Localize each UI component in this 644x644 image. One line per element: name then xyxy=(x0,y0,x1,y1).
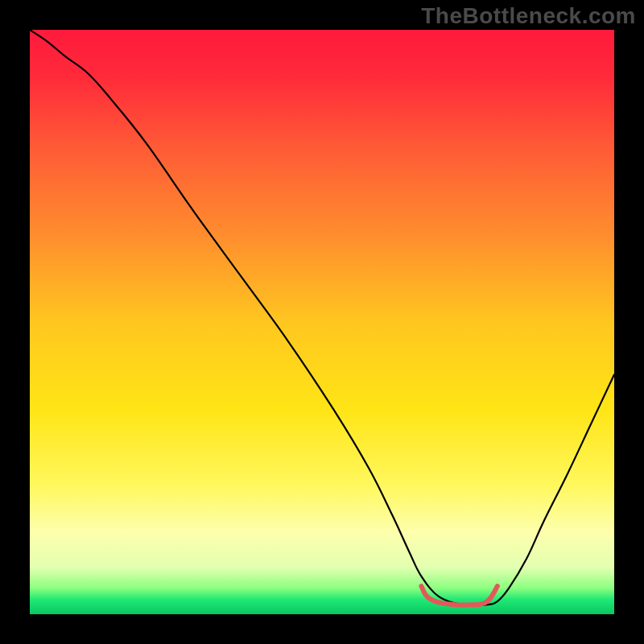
watermark-text: TheBottleneck.com xyxy=(421,3,636,29)
chart-svg xyxy=(0,0,644,644)
plot-background xyxy=(30,30,614,614)
chart-stage: TheBottleneck.com xyxy=(0,0,644,644)
